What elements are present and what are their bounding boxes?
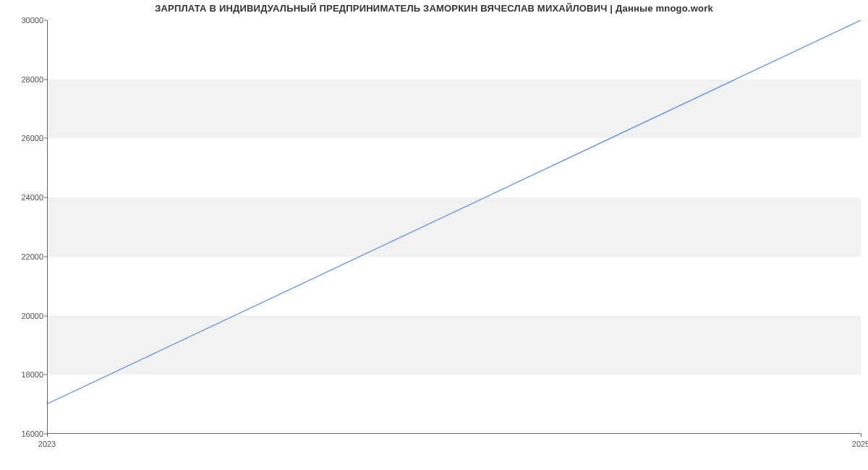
- y-tick-label: 16000: [4, 430, 43, 438]
- x-tick-label: 2023: [38, 440, 56, 448]
- y-tick-mark: [44, 138, 47, 139]
- y-tick-mark: [44, 315, 47, 316]
- x-tick-mark: [47, 434, 48, 437]
- y-tick-mark: [44, 375, 47, 375]
- y-tick-label: 26000: [4, 134, 43, 142]
- y-tick-mark: [44, 20, 47, 21]
- chart-title: ЗАРПЛАТА В ИНДИВИДУАЛЬНЫЙ ПРЕДПРИНИМАТЕЛ…: [0, 3, 868, 14]
- x-tick-mark: [861, 434, 861, 437]
- y-tick-label: 30000: [4, 16, 43, 25]
- y-tick-label: 22000: [4, 252, 43, 261]
- plot-area: [47, 20, 861, 434]
- chart-container: ЗАРПЛАТА В ИНДИВИДУАЛЬНЫЙ ПРЕДПРИНИМАТЕЛ…: [0, 0, 868, 470]
- y-tick-label: 24000: [4, 193, 43, 202]
- y-tick-label: 18000: [4, 370, 43, 379]
- y-tick-mark: [44, 197, 47, 198]
- x-tick-label: 2025: [852, 440, 868, 448]
- y-tick-mark: [44, 79, 47, 80]
- y-tick-label: 28000: [4, 75, 43, 84]
- line-series: [48, 20, 861, 433]
- series-line: [48, 20, 861, 403]
- y-tick-label: 20000: [4, 312, 43, 320]
- y-tick-mark: [44, 256, 47, 257]
